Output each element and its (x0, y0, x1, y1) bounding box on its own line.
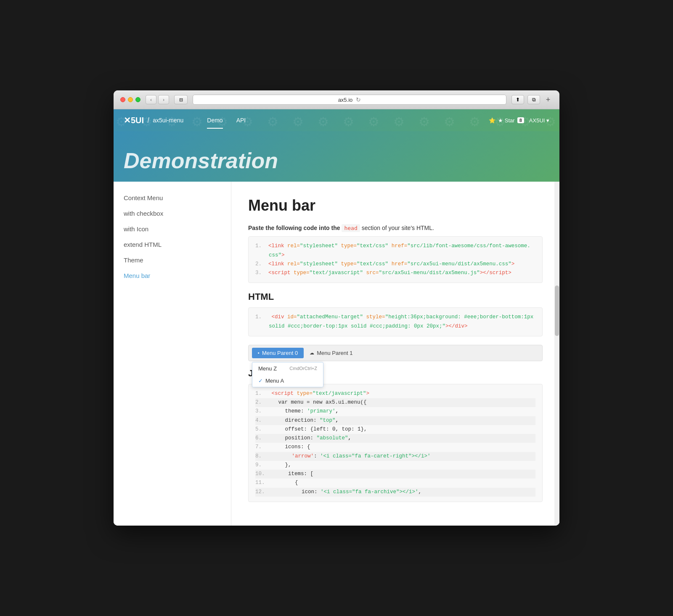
logo-separator: / (147, 116, 149, 125)
menu-bar-demo: ▪ Menu Parent 0 ☁ Menu Parent 1 Menu Z C… (248, 345, 543, 361)
menu-parent-0-label: Menu Parent 0 (262, 350, 298, 356)
intro-paragraph: Paste the following code into the head s… (248, 225, 543, 231)
content-area: Menu bar Paste the following code into t… (231, 182, 559, 526)
sidebar-item-with-icon[interactable]: with Icon (114, 221, 231, 237)
js-line-3: 3. theme: 'primary', (255, 407, 535, 416)
intro-text-bold: Paste the following code into the (248, 225, 340, 231)
traffic-lights (120, 97, 140, 102)
menu-parent-1-button[interactable]: ☁ Menu Parent 1 (304, 348, 358, 358)
ax5ui-menu[interactable]: AX5UI ▾ (529, 117, 549, 124)
maximize-button[interactable] (135, 97, 140, 102)
sidebar-item-menu-bar[interactable]: Menu bar (114, 268, 231, 283)
star-count: 8 (517, 117, 524, 123)
close-button[interactable] (120, 97, 125, 102)
site-header-right: ⭐ ★ Star 8 AX5UI ▾ (489, 117, 549, 124)
js-line-5: 5. offset: {left: 0, top: 1}, (255, 425, 535, 434)
logo-sub: ax5ui-menu (153, 117, 183, 124)
toolbar-right: ⬆ ⧉ + (511, 95, 553, 104)
page-title: Menu bar (248, 197, 543, 214)
menu-parent-0-button[interactable]: ▪ Menu Parent 0 (252, 348, 304, 358)
js-line-8: 8. 'arrow': '<i class="fa fa-caret-right… (255, 452, 535, 461)
nav-demo[interactable]: Demo (200, 114, 229, 127)
nav-api[interactable]: API (230, 114, 253, 127)
new-tab-button[interactable]: ⧉ (527, 95, 540, 104)
nav-buttons: ‹ › (146, 95, 169, 104)
main-layout: Context Menu with checkbox with Icon ext… (114, 182, 559, 526)
sidebar-item-context-menu[interactable]: Context Menu (114, 190, 231, 206)
js-line-12: 12. icon: '<i class="fa fa-archive"></i>… (255, 488, 535, 497)
dropdown-item-label-a: Menu A (265, 378, 317, 384)
menu-bar-inner: ▪ Menu Parent 0 ☁ Menu Parent 1 (249, 345, 542, 361)
js-line-11: 11. { (255, 479, 535, 487)
site-logo: ✕5UI / ax5ui-menu (124, 115, 183, 125)
minimize-button[interactable] (128, 97, 133, 102)
sidebar-item-extend-html[interactable]: extend HTML (114, 237, 231, 252)
js-line-7: 7. icons: { (255, 443, 535, 452)
dropdown-shortcut-z: CmdOrCtrl+Z (289, 366, 317, 371)
refresh-button[interactable]: ↻ (356, 96, 361, 103)
menu-parent-0-icon: ▪ (258, 350, 260, 355)
code-line-2: 2.<link rel="stylesheet" type="text/css"… (255, 260, 535, 269)
sidebar-item-theme[interactable]: Theme (114, 252, 231, 268)
sidebar: Context Menu with checkbox with Icon ext… (114, 182, 231, 526)
url-text: ax5.io (338, 97, 353, 103)
js-line-6: 6. position: "absolute", (255, 434, 535, 443)
menu-parent-1-label: Menu Parent 1 (317, 350, 352, 356)
html-code-line-1: 1. <div id="attachedMenu-target" style="… (255, 313, 535, 322)
scrollbar-thumb[interactable] (555, 286, 559, 336)
js-line-2: 2. var menu = new ax5.ui.menu({ (255, 398, 535, 407)
head-code-block: 1.<link rel="stylesheet" type="text/css"… (248, 236, 543, 283)
title-bar: ‹ › ⊟ ax5.io ↻ ⬆ ⧉ + (114, 90, 559, 109)
github-star[interactable]: ⭐ ★ Star 8 (489, 117, 524, 124)
add-tab-button[interactable]: + (543, 95, 553, 104)
intro-text2: section of your site's HTML. (362, 225, 434, 231)
js-line-1: 1. <script type="text/javascript"> (255, 389, 535, 398)
star-icon: ⭐ (489, 117, 495, 124)
dropdown-popup: Menu Z CmdOrCtrl+Z ✓ Menu A (252, 362, 323, 387)
sidebar-item-with-checkbox[interactable]: with checkbox (114, 206, 231, 221)
html-code-block: 1. <div id="attachedMenu-target" style="… (248, 307, 543, 336)
head-tag: head (342, 224, 360, 232)
back-button[interactable]: ‹ (146, 95, 156, 104)
site-header: ✕5UI / ax5ui-menu Demo API ⭐ ★ Star 8 (114, 109, 559, 131)
demo-banner-title: Demonstration (124, 148, 559, 173)
dropdown-item-label-z: Menu Z (258, 365, 277, 372)
dropdown-check-a: ✓ (258, 378, 263, 384)
dropdown-item-menu-z[interactable]: Menu Z CmdOrCtrl+Z (252, 362, 323, 375)
code-line-1: 1.<link rel="stylesheet" type="text/css"… (255, 242, 535, 251)
address-bar[interactable]: ax5.io ↻ (193, 95, 506, 105)
sidebar-toggle[interactable]: ⊟ (174, 95, 188, 104)
star-label: ★ Star (498, 117, 514, 124)
html-section-title: HTML (248, 291, 543, 302)
site-nav: Demo API (200, 114, 252, 127)
js-code-block: 1. <script type="text/javascript"> 2. va… (248, 384, 543, 502)
forward-button[interactable]: › (158, 95, 169, 104)
html-code-line-1b: solid #ccc;border-top:1px solid #ccc;pad… (255, 322, 535, 331)
logo-mark: ✕5UI (124, 115, 144, 125)
site-header-inner: ✕5UI / ax5ui-menu Demo API ⭐ ★ Star 8 (124, 109, 549, 131)
demo-banner: Demonstration (114, 131, 559, 182)
share-button[interactable]: ⬆ (511, 95, 524, 104)
browser-window: ‹ › ⊟ ax5.io ↻ ⬆ ⧉ + ✕5UI / ax5ui-menu D… (114, 90, 559, 526)
code-line-3: 3.<script type="text/javascript" src="sr… (255, 269, 535, 278)
js-line-10: 10. items: [ (255, 470, 535, 479)
menu-parent-1-icon: ☁ (310, 350, 314, 356)
js-line-9: 9. }, (255, 461, 535, 470)
dropdown-item-menu-a[interactable]: ✓ Menu A (252, 375, 323, 387)
js-line-4: 4. direction: "top", (255, 416, 535, 425)
code-line-1b: css"> (255, 251, 535, 260)
scrollbar-track[interactable] (554, 182, 559, 526)
